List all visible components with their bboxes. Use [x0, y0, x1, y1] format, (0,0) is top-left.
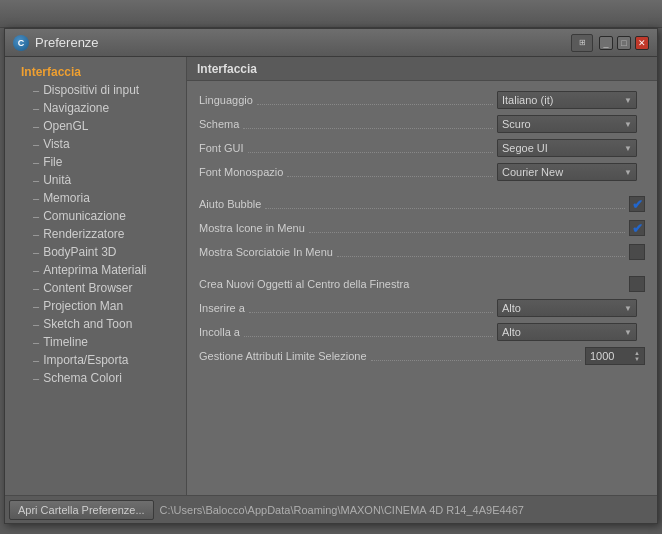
sidebar-item-interfaccia[interactable]: Interfaccia	[5, 63, 186, 81]
form-label-2: Font GUI	[199, 142, 497, 154]
right-panel: Interfaccia LinguaggioItaliano (it)▼Sche…	[187, 57, 657, 495]
sidebar-item-label: Schema Colori	[43, 371, 122, 385]
title-bar: C Preferenze ⊞ _ □ ✕	[5, 29, 657, 57]
sidebar-item-renderizzatore[interactable]: –Renderizzatore	[5, 225, 186, 243]
window-controls: _ □ ✕	[599, 36, 649, 50]
sidebar-item-importa/esporta[interactable]: –Importa/Esporta	[5, 351, 186, 369]
spinbox-gestione[interactable]: 1000▲▼	[585, 347, 645, 365]
sidebar-item-timeline[interactable]: –Timeline	[5, 333, 186, 351]
sidebar-item-label: Memoria	[43, 191, 90, 205]
sidebar-item-file[interactable]: –File	[5, 153, 186, 171]
status-path: C:\Users\Balocco\AppData\Roaming\MAXON\C…	[160, 504, 524, 516]
sidebar-item-label: BodyPaint 3D	[43, 245, 116, 259]
checkbox-crea-nuovi[interactable]	[629, 276, 645, 292]
sidebar-item-label: Renderizzatore	[43, 227, 124, 241]
close-button[interactable]: ✕	[635, 36, 649, 50]
window-title: Preferenze	[35, 35, 571, 50]
sidebar-item-navigazione[interactable]: –Navigazione	[5, 99, 186, 117]
sidebar-item-label: Anteprima Materiali	[43, 263, 146, 277]
form-label-6: Mostra Scorciatoie In Menu	[199, 246, 629, 258]
form-row-3: Font MonospazioCourier New▼	[199, 161, 645, 183]
sidebar-item-content-browser[interactable]: –Content Browser	[5, 279, 186, 297]
app-icon: C	[13, 35, 29, 51]
sidebar-item-sketch-and-toon[interactable]: –Sketch and Toon	[5, 315, 186, 333]
select-inserire-a[interactable]: Alto▼	[497, 299, 637, 317]
sidebar-item-opengl[interactable]: –OpenGL	[5, 117, 186, 135]
minimize-button[interactable]: _	[599, 36, 613, 50]
sidebar-item-anteprima-materiali[interactable]: –Anteprima Materiali	[5, 261, 186, 279]
main-content: Interfaccia–Dispositivi di input–Navigaz…	[5, 57, 657, 495]
select-linguaggio[interactable]: Italiano (it)▼	[497, 91, 637, 109]
sidebar-item-vista[interactable]: –Vista	[5, 135, 186, 153]
select-schema[interactable]: Scuro▼	[497, 115, 637, 133]
form-row-8: Inserire aAlto▼	[199, 297, 645, 319]
preferences-window: C Preferenze ⊞ _ □ ✕ Interfaccia–Disposi…	[4, 28, 658, 524]
form-area: LinguaggioItaliano (it)▼SchemaScuro▼Font…	[187, 81, 657, 377]
form-label-9: Incolla a	[199, 326, 497, 338]
sidebar-item-label: Navigazione	[43, 101, 109, 115]
form-row-6: Mostra Scorciatoie In Menu	[199, 241, 645, 263]
maximize-button[interactable]: □	[617, 36, 631, 50]
form-row-7: Crea Nuovi Oggetti al Centro della Fines…	[199, 273, 645, 295]
sidebar-item-label: OpenGL	[43, 119, 88, 133]
sidebar-item-label: Importa/Esporta	[43, 353, 128, 367]
sidebar-item-label: Sketch and Toon	[43, 317, 132, 331]
checkbox-aiuto-bubble[interactable]: ✔	[629, 196, 645, 212]
sidebar-item-projection-man[interactable]: –Projection Man	[5, 297, 186, 315]
form-row-0: LinguaggioItaliano (it)▼	[199, 89, 645, 111]
form-row-10: Gestione Attributi Limite Selezione1000▲…	[199, 345, 645, 367]
status-bar: Apri Cartella Preferenze... C:\Users\Bal…	[5, 495, 657, 523]
form-label-8: Inserire a	[199, 302, 497, 314]
form-row-5: Mostra Icone in Menu✔	[199, 217, 645, 239]
sidebar-item-memoria[interactable]: –Memoria	[5, 189, 186, 207]
form-row-9: Incolla aAlto▼	[199, 321, 645, 343]
form-label-1: Schema	[199, 118, 497, 130]
open-folder-button[interactable]: Apri Cartella Preferenze...	[9, 500, 154, 520]
sidebar-item-unità[interactable]: –Unità	[5, 171, 186, 189]
form-label-0: Linguaggio	[199, 94, 497, 106]
sidebar-item-label: Unità	[43, 173, 71, 187]
form-row-2: Font GUISegoe UI▼	[199, 137, 645, 159]
select-font-gui[interactable]: Segoe UI▼	[497, 139, 637, 157]
sidebar-item-bodypaint-3d[interactable]: –BodyPaint 3D	[5, 243, 186, 261]
sidebar-item-label: Vista	[43, 137, 69, 151]
form-row-1: SchemaScuro▼	[199, 113, 645, 135]
sidebar-item-label: Dispositivi di input	[43, 83, 139, 97]
sidebar-item-label: Comunicazione	[43, 209, 126, 223]
sidebar-item-label: Timeline	[43, 335, 88, 349]
form-label-4: Aiuto Bubble	[199, 198, 629, 210]
sidebar-item-label: File	[43, 155, 62, 169]
sidebar-item-label: Projection Man	[43, 299, 123, 313]
form-label-5: Mostra Icone in Menu	[199, 222, 629, 234]
sidebar-item-label: Content Browser	[43, 281, 132, 295]
sidebar: Interfaccia–Dispositivi di input–Navigaz…	[5, 57, 187, 495]
form-label-3: Font Monospazio	[199, 166, 497, 178]
checkbox-mostra-icone-in-menu[interactable]: ✔	[629, 220, 645, 236]
sidebar-item-schema-colori[interactable]: –Schema Colori	[5, 369, 186, 387]
top-toolbar	[0, 0, 662, 28]
select-font-monospazio[interactable]: Courier New▼	[497, 163, 637, 181]
sidebar-item-dispositivi-di-input[interactable]: –Dispositivi di input	[5, 81, 186, 99]
panel-title: Interfaccia	[187, 57, 657, 81]
sidebar-item-label: Interfaccia	[21, 65, 81, 79]
select-incolla-a[interactable]: Alto▼	[497, 323, 637, 341]
checkbox-mostra-scorciatoie-in-menu[interactable]	[629, 244, 645, 260]
sidebar-item-comunicazione[interactable]: –Comunicazione	[5, 207, 186, 225]
form-row-4: Aiuto Bubble✔	[199, 193, 645, 215]
layout-icon[interactable]: ⊞	[571, 34, 593, 52]
